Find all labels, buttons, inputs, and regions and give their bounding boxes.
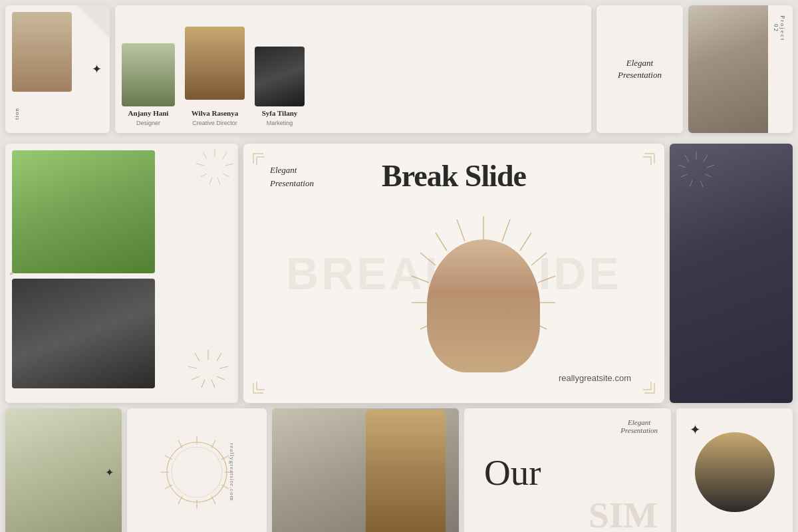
burst-decoration-bottom — [185, 346, 231, 393]
svg-line-60 — [681, 174, 688, 177]
main-featured-slide[interactable]: Elegant Presentation Break Slide BREAK S… — [243, 144, 664, 403]
member-name-1: Anjany Hani — [128, 109, 169, 117]
bottom-right-star-icon: ✦ — [690, 422, 701, 438]
svg-line-57 — [700, 180, 703, 187]
member-role-1: Designer — [136, 120, 160, 126]
svg-line-55 — [707, 165, 714, 168]
svg-line-2 — [219, 366, 228, 368]
middle-left-slide[interactable]: s — [5, 144, 238, 403]
svg-line-51 — [436, 233, 447, 251]
elegant-presentation-box-top[interactable]: Elegant Presentation — [597, 5, 683, 133]
our-text: Our — [484, 454, 541, 491]
svg-line-7 — [188, 366, 197, 368]
member-name-3: Syfa Tilany — [262, 109, 298, 117]
svg-line-5 — [201, 380, 205, 388]
svg-line-36 — [502, 219, 510, 241]
middle-right-slide[interactable] — [670, 144, 793, 403]
project-label: Project 02 — [773, 15, 786, 42]
svg-line-15 — [196, 164, 204, 166]
svg-line-39 — [538, 276, 555, 283]
break-slide-title: Break Slide — [382, 158, 526, 194]
cut-corner — [76, 5, 110, 39]
person-photo-bottom-left — [5, 408, 122, 532]
team-member-3: Syfa Tilany Marketing — [255, 47, 305, 126]
bottom-row: ✦ — [5, 408, 793, 532]
top-right-slide[interactable]: Project 02 — [688, 5, 793, 133]
person-photo-top-right — [688, 5, 768, 133]
member-photo-1 — [122, 43, 175, 106]
bottom-right-circle — [695, 432, 775, 512]
svg-line-61 — [690, 180, 692, 187]
elegant-pres-bottom: Elegant Presentation — [620, 418, 658, 434]
svg-line-38 — [531, 253, 547, 265]
svg-line-50 — [420, 253, 436, 265]
member-photo-3 — [255, 47, 305, 106]
svg-line-4 — [211, 380, 215, 388]
member-name-2: Wilva Rasenya — [192, 109, 238, 117]
top-left-slide[interactable]: ✦ tion — [5, 5, 110, 133]
bottom-url-text: reallygreatsite.com — [229, 443, 235, 501]
svg-line-59 — [678, 165, 686, 168]
svg-line-13 — [217, 178, 220, 184]
svg-line-11 — [225, 164, 233, 166]
svg-line-17 — [209, 178, 212, 184]
person-photo-bottom-right — [695, 432, 775, 512]
svg-line-58 — [685, 155, 689, 162]
svg-line-52 — [457, 219, 465, 241]
svg-line-6 — [192, 376, 200, 380]
bottom-circle-decoration — [157, 432, 237, 512]
corner-decoration-tr — [624, 150, 658, 184]
featured-elegant-text: Elegant Presentation — [270, 164, 314, 190]
person-photo-top-left — [12, 12, 72, 92]
svg-line-8 — [195, 353, 200, 361]
bottom-left-slide[interactable]: ✦ — [5, 408, 122, 532]
sim-text: SIM — [589, 494, 658, 532]
team-member-1: Anjany Hani Designer — [122, 43, 175, 126]
burst-decoration-top-left — [195, 147, 235, 187]
person-photo-mid-1 — [12, 150, 155, 273]
svg-point-63 — [172, 447, 222, 497]
svg-line-14 — [203, 152, 207, 159]
side-left-text: s — [7, 272, 14, 275]
svg-line-1 — [217, 353, 221, 361]
svg-line-10 — [223, 152, 227, 159]
member-role-3: Marketing — [267, 120, 293, 126]
grid-container: ✦ tion Anjany Hani Designer Wilva Raseny… — [0, 0, 798, 532]
svg-line-37 — [520, 233, 531, 251]
right-burst-decoration — [676, 150, 716, 190]
star-icon: ✦ — [92, 62, 102, 76]
bottom-our-slide[interactable]: Elegant Presentation Our SIM — [464, 408, 671, 532]
top-middle-slide[interactable]: Anjany Hani Designer Wilva Rasenya Creat… — [115, 5, 591, 133]
member-photo-2 — [185, 27, 245, 100]
middle-row: s — [5, 144, 793, 403]
slide-text-top-left: tion — [13, 108, 20, 120]
svg-line-3 — [217, 376, 225, 380]
bottom-star-icon: ✦ — [105, 466, 114, 479]
bottom-center-slide[interactable] — [272, 408, 459, 532]
circle-blob — [410, 229, 557, 376]
member-role-2: Creative Director — [192, 120, 237, 126]
featured-person — [427, 239, 540, 372]
svg-line-12 — [223, 174, 229, 177]
top-row: ✦ tion Anjany Hani Designer Wilva Raseny… — [5, 5, 793, 133]
svg-line-54 — [704, 155, 708, 162]
team-member-2: Wilva Rasenya Creative Director — [185, 33, 245, 126]
svg-line-16 — [200, 174, 207, 177]
bottom-second-slide[interactable]: reallygreatsite.com — [127, 408, 267, 532]
corner-decoration-bl — [250, 363, 283, 396]
bottom-right-slide[interactable]: ✦ — [676, 408, 793, 532]
elegant-text-top: Elegant Presentation — [618, 57, 662, 81]
person-photo-mid-2 — [12, 279, 155, 388]
featured-circle-area — [410, 229, 557, 376]
svg-line-56 — [705, 174, 712, 177]
svg-point-62 — [167, 442, 227, 502]
svg-line-49 — [412, 276, 429, 283]
person-photo-bottom-center — [366, 410, 446, 532]
